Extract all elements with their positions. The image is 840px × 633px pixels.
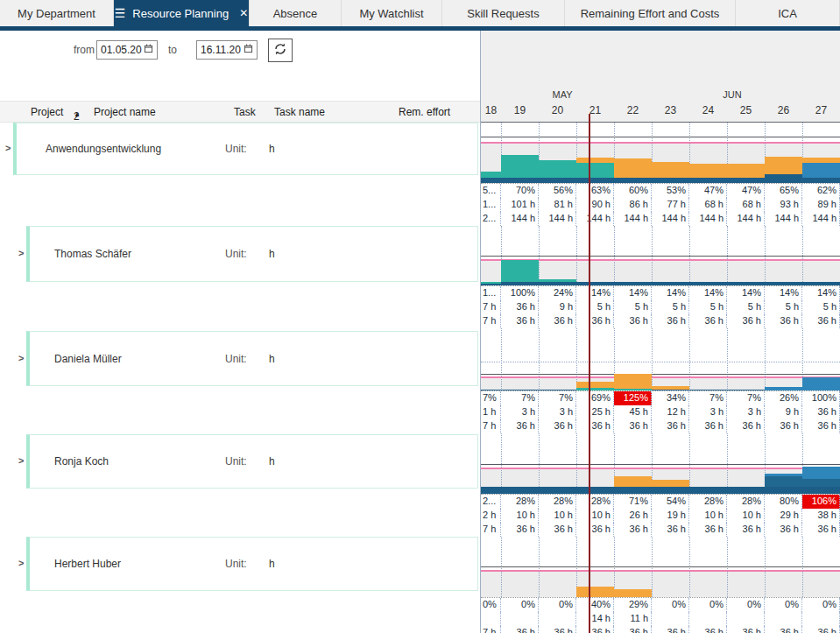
refresh-button[interactable] <box>268 39 293 62</box>
load-bar-week-19[interactable] <box>501 155 539 183</box>
tab-remaining-effort-and-costs[interactable]: Remaining Effort and Costs <box>565 0 736 26</box>
load-bar-week-27[interactable] <box>802 158 840 183</box>
hamburger-icon[interactable]: ☰ <box>115 7 126 19</box>
load-bar-week-18[interactable] <box>481 172 501 183</box>
load-bar-week-22[interactable] <box>614 589 652 597</box>
load-bar-week-25[interactable] <box>727 164 765 183</box>
load-bar-week-21[interactable] <box>576 282 614 285</box>
capacity-hours-cell: 36 h <box>576 419 614 433</box>
load-bar-week-27[interactable] <box>802 377 840 390</box>
person-row[interactable]: Daniela MüllerUnit:h <box>26 331 478 386</box>
tab-skill-requests[interactable]: Skill Requests <box>442 0 565 26</box>
load-bar-week-19[interactable] <box>501 487 539 494</box>
load-bar-week-24[interactable] <box>689 390 727 390</box>
calendar-icon[interactable] <box>144 44 153 56</box>
load-bar-week-23[interactable] <box>652 162 689 183</box>
load-bar-week-25[interactable] <box>727 390 765 390</box>
col-task[interactable]: Task <box>234 106 256 118</box>
capacity-hours-cell: 36 h <box>689 523 727 537</box>
load-segment-navy <box>539 390 576 390</box>
expand-chevron-icon[interactable]: > <box>18 455 24 466</box>
tab-ica[interactable]: ICA <box>736 0 840 26</box>
capacity-hours-cell: 144 h <box>501 212 539 226</box>
load-bar-week-26[interactable] <box>765 282 802 285</box>
person-row[interactable]: Herbert HuberUnit:h <box>26 537 478 591</box>
utilization-percent-cell: 0% <box>652 598 689 612</box>
load-bar-week-26[interactable] <box>765 157 802 183</box>
calendar-icon[interactable] <box>244 44 253 56</box>
load-bar-week-23[interactable] <box>652 386 689 390</box>
unit-label: Unit: <box>225 558 247 570</box>
load-bar-week-27[interactable] <box>802 282 840 285</box>
capacity-hours-cell: 36 h <box>802 523 840 537</box>
load-bar-week-20[interactable] <box>539 487 576 494</box>
to-date-value: 16.11.20 <box>201 44 241 56</box>
load-segment-navy <box>539 178 576 183</box>
load-bar-week-21[interactable] <box>576 158 614 183</box>
tab-resource-planning[interactable]: ☰Resource Planning✕ <box>114 0 250 26</box>
tab-absence[interactable]: Absence <box>250 0 342 26</box>
load-bar-week-18[interactable] <box>481 282 501 285</box>
tab-my-watchlist[interactable]: My Watchlist <box>342 0 442 26</box>
load-bar-week-18[interactable] <box>481 390 501 390</box>
department-row[interactable]: AnwendungsentwicklungUnit:h <box>13 123 478 175</box>
load-bar-week-25[interactable] <box>727 282 765 285</box>
load-bar-week-26[interactable] <box>765 474 802 494</box>
capacity-hours-cell: 144 h <box>614 212 652 226</box>
load-bar-week-20[interactable] <box>539 160 576 183</box>
load-bar-week-19[interactable] <box>501 390 539 390</box>
capacity-hours-cell: 36 h <box>652 314 689 328</box>
load-bar-week-22[interactable] <box>614 282 652 285</box>
load-bar-week-22[interactable] <box>614 374 652 390</box>
load-bar-week-25[interactable] <box>727 487 765 494</box>
load-bar-week-21[interactable] <box>576 587 614 597</box>
tab-my-department[interactable]: My Department <box>0 0 114 26</box>
person-row[interactable]: Ronja KochUnit:h <box>26 434 478 489</box>
load-bar-week-18[interactable] <box>481 487 501 494</box>
from-label: from <box>74 44 95 56</box>
to-label: to <box>168 44 177 56</box>
utilization-percent-cell: 47% <box>689 184 727 198</box>
load-segment-navy <box>576 487 614 494</box>
load-bar-week-23[interactable] <box>652 282 689 285</box>
expand-chevron-icon[interactable]: > <box>18 248 24 258</box>
load-bar-week-20[interactable] <box>539 279 576 285</box>
load-bar-week-22[interactable] <box>614 158 652 183</box>
person-row[interactable]: Thomas SchäferUnit:h <box>26 226 478 282</box>
week-number: 23 <box>652 104 689 122</box>
load-bar-week-23[interactable] <box>652 480 689 494</box>
planned-hours-cell: 101 h <box>501 198 539 212</box>
capacity-hours-row: 7 h36 h36 h36 h36 h36 h36 h36 h36 h36 h <box>481 419 840 433</box>
capacity-plot <box>481 433 840 495</box>
load-segment-navy <box>501 178 539 183</box>
utilization-percent-cell: 2... <box>481 495 501 509</box>
expand-chevron-icon[interactable]: > <box>18 558 24 568</box>
load-bar-week-21[interactable] <box>576 487 614 494</box>
expand-chevron-icon[interactable]: > <box>5 143 11 153</box>
to-date-input[interactable]: 16.11.20 <box>196 40 258 60</box>
load-bar-week-24[interactable] <box>689 487 727 494</box>
load-bar-week-22[interactable] <box>614 476 652 494</box>
utilization-percent-cell: 28% <box>539 495 576 509</box>
col-project-name[interactable]: Project name <box>94 106 156 118</box>
col-rem-effort[interactable]: Rem. effort <box>399 106 450 118</box>
col-project[interactable]: Project <box>31 106 63 118</box>
load-bar-week-27[interactable] <box>802 467 840 494</box>
utilization-percent-cell: 80% <box>765 495 802 509</box>
close-icon[interactable]: ✕ <box>239 7 248 19</box>
load-bar-week-19[interactable] <box>501 260 539 285</box>
capacity-hours-cell: 36 h <box>689 626 727 633</box>
from-date-input[interactable]: 01.05.20 <box>96 40 158 60</box>
col-task-name[interactable]: Task name <box>274 106 325 118</box>
planned-hours-cell: 68 h <box>727 198 765 212</box>
utilization-percent-cell: 14% <box>802 286 840 300</box>
load-bar-week-21[interactable] <box>576 382 614 390</box>
load-bar-week-20[interactable] <box>539 390 576 390</box>
load-bar-week-26[interactable] <box>765 387 802 390</box>
load-segment-navy <box>576 282 614 285</box>
load-bar-week-24[interactable] <box>689 164 727 183</box>
load-bar-week-24[interactable] <box>689 282 727 285</box>
expand-chevron-icon[interactable]: > <box>18 353 24 363</box>
week-number: 24 <box>689 104 727 122</box>
week-gridline <box>501 328 502 390</box>
